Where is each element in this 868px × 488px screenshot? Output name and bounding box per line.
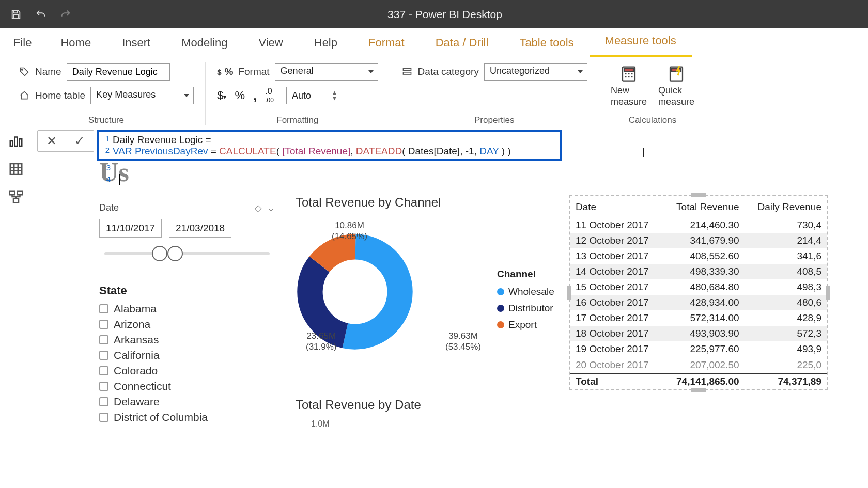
currency-button[interactable]: $▾ [217, 89, 226, 102]
donut-label-distributor: 23.65M(31.9%) [306, 330, 337, 353]
legend-item[interactable]: Export [497, 319, 554, 330]
table-row[interactable]: 15 October 2017480,684.80498,3 [570, 279, 827, 295]
checkbox-icon[interactable] [99, 382, 109, 391]
report-view-icon[interactable] [8, 133, 24, 149]
resize-handle-icon[interactable] [567, 286, 571, 300]
table-row[interactable]: 18 October 2017493,903.90572,3 [570, 326, 827, 341]
text-caret-icon: I [642, 145, 645, 161]
resize-handle-icon[interactable] [691, 388, 706, 392]
col-date[interactable]: Date [570, 197, 663, 217]
stepper-arrows-icon[interactable]: ▲▼ [332, 90, 337, 101]
format-dropdown[interactable]: General [275, 63, 378, 81]
chevron-down-icon[interactable]: ⌄ [267, 202, 275, 214]
decimals-icon[interactable]: .0.00 [265, 87, 274, 104]
checkbox-icon[interactable] [99, 351, 109, 360]
checkbox-icon[interactable] [99, 366, 109, 375]
checkbox-icon[interactable] [99, 397, 109, 406]
svg-rect-18 [10, 164, 22, 174]
table-row[interactable]: 12 October 2017341,679.90214,4 [570, 233, 827, 248]
decimal-places-stepper[interactable]: Auto ▲▼ [286, 87, 343, 104]
slicer-state-item[interactable]: Connecticut [99, 380, 275, 392]
slicer-state-item[interactable]: Arkansas [99, 334, 275, 346]
checkbox-icon[interactable] [99, 304, 109, 313]
model-view-icon[interactable] [8, 189, 24, 204]
formula-cancel-icon[interactable]: ✕ [47, 134, 57, 148]
checkbox-icon[interactable] [99, 335, 109, 344]
group-calculations: Newmeasure Quickmeasure Calculations [599, 62, 706, 125]
col-daily-revenue[interactable]: Daily Revenue [745, 197, 827, 217]
table-row[interactable]: 17 October 2017572,314.00428,9 [570, 310, 827, 326]
data-table: Date Total Revenue Daily Revenue 11 Octo… [570, 197, 827, 389]
slicer-state-item[interactable]: Arizona [99, 318, 275, 330]
legend-item[interactable]: Distributor [497, 303, 554, 314]
swatch-icon [497, 288, 504, 295]
tab-modeling[interactable]: Modeling [166, 36, 243, 57]
donut-legend: Channel Wholesale Distributor Export [497, 269, 554, 330]
tab-help[interactable]: Help [299, 36, 353, 57]
format-value: General [281, 66, 314, 76]
col-total-revenue[interactable]: Total Revenue [663, 197, 744, 217]
slider-handle-right[interactable] [167, 246, 183, 261]
svg-rect-4 [403, 72, 411, 74]
line-chart-title: Total Revenue by Date [296, 398, 549, 412]
new-measure-label-1: New [611, 85, 629, 96]
formula-editor[interactable]: 1Daily Revenue Logic = 2VAR PreviousDayR… [97, 130, 562, 161]
undo-icon[interactable] [34, 8, 48, 21]
measure-name-input[interactable] [67, 63, 170, 81]
slicer-state-item[interactable]: Colorado [99, 365, 275, 377]
format-label: Format [238, 66, 269, 77]
tab-data-drill[interactable]: Data / Drill [420, 36, 504, 57]
slicer-start-date[interactable]: 11/10/2017 [99, 219, 162, 238]
slider-handle-left[interactable] [152, 246, 167, 261]
text-cursor [119, 174, 120, 185]
table-row[interactable]: 11 October 2017214,460.30730,4 [570, 217, 827, 233]
donut-label-wholesale: 39.63M(53.45%) [445, 330, 481, 353]
formula-commit-icon[interactable]: ✓ [74, 134, 85, 148]
tab-view[interactable]: View [243, 36, 298, 57]
home-icon [19, 90, 30, 101]
tab-insert[interactable]: Insert [106, 36, 166, 57]
table-row[interactable]: 13 October 2017408,552.60341,6 [570, 248, 827, 264]
tab-format[interactable]: Format [353, 36, 420, 57]
ribbon-body: Name Home table Key Measures Structure $… [0, 57, 868, 127]
file-tab[interactable]: File [0, 36, 45, 57]
svg-rect-6 [624, 69, 633, 72]
thousands-button[interactable]: , [253, 88, 257, 104]
swatch-icon [497, 305, 504, 312]
percent-button[interactable]: % [235, 89, 245, 102]
svg-rect-23 [9, 191, 14, 195]
slicer-state-item[interactable]: District of Columbia [99, 411, 275, 423]
donut-chart[interactable]: 10.86M(14.65%) 23.65M(31.9%) 39.63M(53.4… [296, 217, 549, 382]
resize-handle-icon[interactable] [691, 193, 706, 197]
table-row-truncated[interactable]: 20 October 2017207,002.50225,0 [570, 357, 827, 373]
table-row[interactable]: 16 October 2017428,934.00480,6 [570, 295, 827, 310]
svg-rect-25 [13, 199, 19, 203]
group-label-structure: Structure [19, 115, 194, 125]
checkbox-icon[interactable] [99, 320, 109, 329]
slicer-state-item[interactable]: Alabama [99, 303, 275, 315]
tab-measure-tools[interactable]: Measure tools [590, 34, 692, 57]
group-label-formatting: Formatting [217, 115, 378, 125]
new-measure-button[interactable]: Newmeasure [611, 65, 647, 107]
resize-handle-icon[interactable] [826, 286, 830, 300]
legend-item[interactable]: Wholesale [497, 286, 554, 297]
data-view-icon[interactable] [8, 161, 24, 177]
quick-measure-label-2: measure [658, 97, 694, 107]
save-icon[interactable] [9, 8, 23, 21]
eraser-icon[interactable]: ◇ [255, 202, 262, 214]
table-row[interactable]: 19 October 2017225,977.60493,9 [570, 341, 827, 357]
tab-table-tools[interactable]: Table tools [504, 36, 589, 57]
date-slider[interactable] [104, 252, 270, 255]
checkbox-icon[interactable] [99, 413, 109, 422]
table-visual[interactable]: Date Total Revenue Daily Revenue 11 Octo… [569, 195, 828, 390]
ribbon-tabs: File Home Insert Modeling View Help Form… [0, 28, 868, 57]
data-category-dropdown[interactable]: Uncategorized [484, 63, 587, 81]
slicer-state-item[interactable]: Delaware [99, 396, 275, 408]
tab-home[interactable]: Home [45, 36, 106, 57]
table-row[interactable]: 14 October 2017498,339.30408,5 [570, 264, 827, 279]
slicer-end-date[interactable]: 21/03/2018 [169, 219, 231, 238]
home-table-dropdown[interactable]: Key Measures [90, 87, 194, 104]
quick-measure-button[interactable]: Quickmeasure [658, 65, 694, 107]
slicer-state-item[interactable]: California [99, 349, 275, 361]
redo-icon[interactable] [59, 8, 72, 21]
